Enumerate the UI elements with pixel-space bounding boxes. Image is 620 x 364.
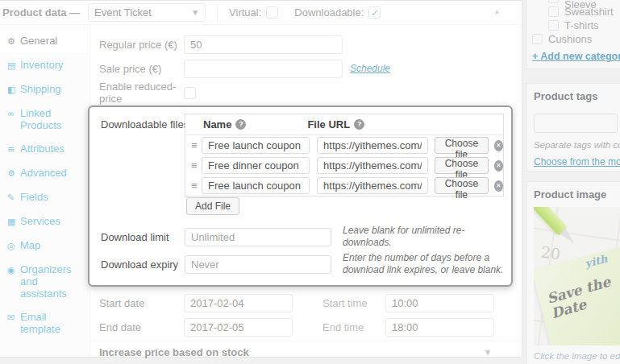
category-checkbox[interactable]	[548, 0, 559, 3]
drag-handle-icon[interactable]: ≡	[191, 180, 198, 192]
category-label: T-shirts	[564, 19, 599, 31]
start-date-label: Start date	[99, 297, 184, 309]
enable-reduced-price-checkbox[interactable]	[184, 87, 196, 99]
product-tags-box: Product tags Separate tags with commas C…	[526, 83, 620, 172]
product-image-title: Product image	[534, 188, 620, 201]
collapse-toggle-icon[interactable]: ▲	[493, 7, 501, 15]
end-time-label: End time	[322, 321, 385, 333]
download-expiry-input[interactable]	[185, 255, 331, 274]
tab-label: Organizers and assistants	[20, 263, 85, 300]
increase-price-label: Increase price based on stock	[99, 346, 249, 358]
increase-price-row[interactable]: Increase price based on stock ▼	[90, 341, 521, 362]
category-item: Cushions	[532, 32, 619, 46]
delete-file-icon[interactable]: ✕	[494, 180, 503, 192]
virtual-checkbox[interactable]	[266, 6, 278, 19]
file-row: ≡ Choose file ✕	[185, 135, 503, 155]
file-name-input[interactable]	[202, 177, 310, 194]
pricing-section: Regular price (€) Sale price (€) Schedul…	[90, 26, 521, 105]
product-data-metabox: Product data — Event Ticket ▼ Virtual: D…	[0, 0, 522, 358]
most-used-tags-link[interactable]: Choose from the most used t	[534, 156, 618, 168]
gear-icon: ⚙	[7, 35, 20, 48]
end-date-row: End date End time	[90, 315, 521, 339]
choose-file-button[interactable]: Choose file	[435, 137, 489, 154]
product-tags-input[interactable]	[534, 114, 618, 133]
delete-file-icon[interactable]: ✕	[494, 140, 503, 151]
drag-handle-icon[interactable]: ≡	[191, 159, 198, 172]
schedule-link[interactable]: Schedule	[350, 63, 390, 74]
email-icon: ✉	[7, 312, 20, 324]
sale-price-input[interactable]	[184, 60, 343, 78]
download-limit-label: Download limit	[101, 231, 185, 243]
product-image-box: Product image 20 25 yith Save the Date C…	[526, 181, 620, 364]
drag-handle-icon[interactable]: ≡	[191, 139, 198, 151]
fields-icon: ✎	[7, 192, 20, 204]
start-time-input[interactable]	[385, 294, 494, 312]
attributes-icon: ≡	[7, 143, 20, 155]
download-expiry-note: Enter the number of days before a downlo…	[343, 252, 504, 276]
download-limit-note: Leave blank for unlimited re-downloads.	[343, 225, 511, 249]
file-url-column-header: File URL ?	[307, 118, 364, 130]
people-icon: ◉	[7, 264, 20, 276]
page-title: Product data —	[2, 6, 80, 19]
tab-general[interactable]: ⚙ General	[0, 29, 89, 53]
downloadable-files-label: Downloadable files	[101, 118, 189, 130]
downloadable-checkbox[interactable]: ✓	[368, 6, 381, 19]
regular-price-row: Regular price (€)	[90, 32, 521, 56]
choose-file-button[interactable]: Choose file	[435, 177, 489, 194]
chevron-down-icon[interactable]: ▼	[484, 348, 492, 357]
tab-inventory[interactable]: ▤ Inventory	[0, 53, 89, 77]
product-image-thumbnail[interactable]: 20 25 yith Save the Date	[534, 207, 620, 345]
edit-image-link[interactable]: Click the image to edit or upd	[534, 351, 620, 361]
category-checkbox[interactable]	[548, 6, 559, 17]
help-icon[interactable]: ?	[235, 119, 246, 130]
product-data-header: Product data — Event Ticket ▼ Virtual: D…	[0, 1, 522, 25]
category-checkbox[interactable]	[548, 20, 559, 31]
event-schedule-section: Start date Start time End date End time …	[90, 291, 521, 362]
tab-attributes[interactable]: ≡ Attributes	[0, 137, 89, 161]
downloadable-files-section: Downloadable files Name ? File URL ? ≡ C…	[88, 105, 513, 287]
tab-label: Fields	[20, 191, 48, 203]
file-url-input[interactable]	[317, 177, 428, 194]
category-label: Cushions	[548, 33, 592, 45]
download-limit-row: Download limit Leave blank for unlimited…	[89, 225, 511, 249]
sale-price-row: Sale price (€) Schedule	[90, 56, 521, 81]
start-date-row: Start date Start time	[90, 291, 521, 315]
delete-file-icon[interactable]: ✕	[494, 160, 503, 172]
header-divider	[217, 4, 218, 22]
product-categories-box: Long Sleeve Sweatshirt T-shirts Cushions…	[526, 0, 620, 69]
yith-logo: yith	[584, 253, 609, 270]
start-date-input[interactable]	[184, 294, 293, 312]
tab-map[interactable]: ◎ Map	[0, 234, 89, 258]
link-icon: ∞	[7, 108, 20, 120]
add-file-button[interactable]: Add File	[186, 197, 239, 215]
chevron-down-icon: ▼	[191, 8, 199, 17]
services-icon: ▦	[7, 216, 20, 228]
tab-shipping[interactable]: ◧ Shipping	[0, 77, 89, 101]
save-the-date-text: Save the Date	[545, 274, 616, 321]
file-url-input[interactable]	[317, 157, 428, 174]
category-checkbox[interactable]	[532, 34, 543, 44]
end-time-input[interactable]	[385, 318, 494, 337]
help-icon[interactable]: ?	[354, 119, 364, 130]
virtual-label: Virtual:	[229, 6, 261, 19]
category-label: Sweatshirt	[564, 6, 614, 18]
tab-organizers[interactable]: ◉ Organizers and assistants	[0, 258, 89, 305]
download-limit-input[interactable]	[185, 228, 331, 246]
tab-email-template[interactable]: ✉ Email template	[0, 305, 89, 341]
tab-services[interactable]: ▦ Services	[0, 209, 89, 234]
tab-fields[interactable]: ✎ Fields	[0, 185, 89, 209]
tab-linked-products[interactable]: ∞ Linked Products	[0, 101, 89, 137]
regular-price-input[interactable]	[184, 35, 343, 54]
file-name-input[interactable]	[202, 137, 310, 154]
add-new-category-link[interactable]: + Add new category	[532, 51, 619, 62]
download-expiry-label: Download expiry	[101, 259, 185, 271]
start-time-label: Start time	[322, 297, 385, 309]
tab-advanced[interactable]: ⚙ Advanced	[0, 161, 89, 185]
tab-label: Attributes	[20, 143, 64, 155]
choose-file-button[interactable]: Choose file	[435, 157, 489, 174]
files-table-header: Name ? File URL ?	[185, 114, 503, 135]
end-date-input[interactable]	[184, 318, 293, 337]
product-type-select[interactable]: Event Ticket ▼	[88, 3, 206, 22]
file-url-input[interactable]	[317, 137, 428, 154]
file-name-input[interactable]	[202, 157, 310, 174]
